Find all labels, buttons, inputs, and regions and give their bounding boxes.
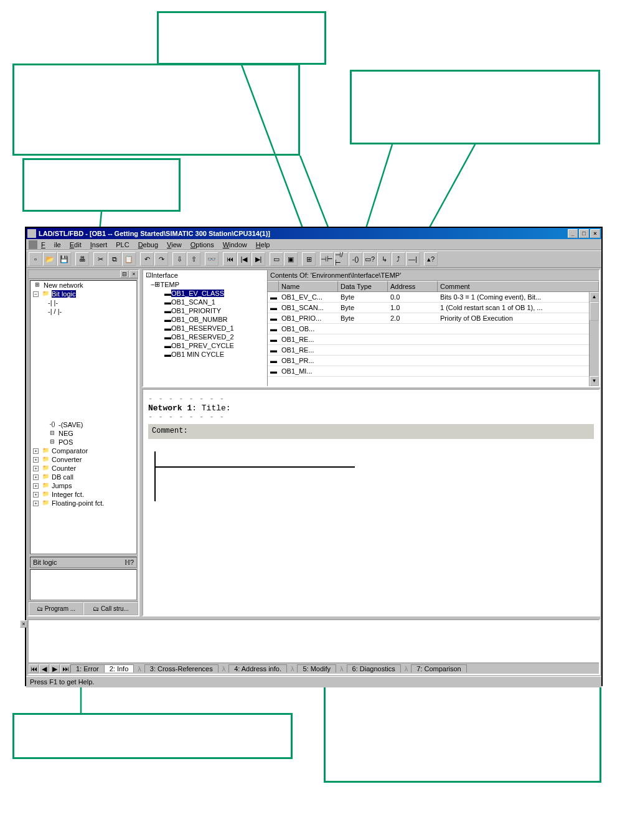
tab-compare[interactable]: 7: Comparison [411,664,467,672]
tb-help-icon[interactable]: ▴? [424,252,438,266]
callout-2 [12,64,300,156]
tab-error[interactable]: 1: Error [70,664,105,672]
iface-var-7[interactable]: ▬OB1 MIN CYCLE [143,350,267,359]
tb-monitor-icon[interactable]: 👓 [205,252,219,266]
tb-cut-icon[interactable]: ✂ [93,252,107,266]
tb-coil-icon[interactable]: -() [349,252,362,266]
tree-dbcall[interactable]: +📁DB call [31,473,136,481]
output-next-icon[interactable]: ▶ [50,664,60,673]
tb-goto-icon[interactable]: ⏮ [223,252,237,266]
tb-copy-icon[interactable]: ⧉ [108,252,121,266]
tb-conn-icon[interactable]: —| [406,252,420,266]
table-row: ▬OB1_PR... [268,356,599,366]
hdr-comment[interactable]: Comment [438,281,599,291]
catalog-pin-icon[interactable]: ⊟ [120,270,129,278]
tree-bit-logic[interactable]: −📁Bit logic [31,290,136,298]
tree-new-network[interactable]: ⊞New network [31,281,136,290]
tb-undo-icon[interactable]: ↶ [140,252,154,266]
tab-call-structure[interactable]: 🗂 Call stru... [83,602,138,615]
tb-prev-icon[interactable]: |◀ [237,252,251,266]
menu-plc[interactable]: PLC [116,241,129,248]
tb-box-icon[interactable]: ▭? [363,252,377,266]
tb-new-icon[interactable]: ▫ [29,252,42,266]
tb-redo-icon[interactable]: ↷ [154,252,168,266]
menu-view[interactable]: View [167,241,182,248]
tree-jumps[interactable]: +📁Jumps [31,481,136,490]
table-header: Name Data Type Address Comment [268,281,599,292]
network-title: Network 1 [148,403,192,413]
tb-no-icon[interactable]: ⊣⊢ [320,252,334,266]
iface-temp[interactable]: −⊞TEMP [143,280,267,289]
ladder-network[interactable] [154,451,594,501]
menu-window[interactable]: Window [223,241,247,248]
tab-xref[interactable]: 3: Cross-References [144,664,219,672]
hdr-name[interactable]: Name [279,281,338,291]
output-first-icon[interactable]: ⏮ [29,664,39,673]
menu-options[interactable]: Options [190,241,214,248]
comment-field[interactable]: Comment: [148,424,594,439]
bit-item-save[interactable]: -()-(SAVE) [31,420,136,429]
tree-converter[interactable]: +📁Converter [31,455,136,464]
mdi-sys-icon[interactable] [29,240,37,249]
bit-item-pos[interactable]: ⊟POS [31,438,136,446]
iface-var-6[interactable]: ▬OB1_PREV_CYCLE [143,341,267,350]
bit-item-no[interactable]: -| |- [31,298,136,307]
callout-1 [157,11,326,65]
tb-print-icon[interactable]: 🖶 [75,252,89,266]
iface-root[interactable]: ⊡Interface [143,270,267,280]
max-button[interactable]: □ [579,229,589,238]
tb-paste-icon[interactable]: 📋 [122,252,136,266]
output-last-icon[interactable]: ⏭ [60,664,70,673]
tree-integer[interactable]: +📁Integer fct. [31,490,136,499]
catalog-close-icon[interactable]: × [129,270,138,278]
interface-tree[interactable]: ⊡Interface −⊞TEMP ▬OB1_EV_CLASS ▬OB1_SCA… [143,270,268,386]
tab-info[interactable]: 2: Info [104,664,134,672]
table-scrollbar[interactable]: ▲▼ [589,292,599,386]
window-title: LAD/STL/FBD - [OB1 -- Getting Started\SI… [39,230,567,237]
iface-var-4[interactable]: ▬OB1_RESERVED_1 [143,324,267,333]
iface-var-5[interactable]: ▬OB1_RESERVED_2 [143,333,267,341]
tb-open-icon[interactable]: 📂 [43,252,57,266]
menu-insert[interactable]: Insert [90,241,108,248]
tb-next-icon[interactable]: ▶| [252,252,265,266]
tab-addr[interactable]: 4: Address info. [228,664,287,672]
tree-counter[interactable]: +📁Counter [31,464,136,473]
menu-help[interactable]: Help [256,241,270,248]
tb-download-icon[interactable]: ⇩ [172,252,186,266]
tree-float[interactable]: +📁Floating-point fct. [31,499,136,507]
table-body[interactable]: ▬OB1_EV_C...Byte0.0Bits 0-3 = 1 (Coming … [268,292,599,386]
table-row: ▬OB1_EV_C...Byte0.0Bits 0-3 = 1 (Coming … [268,292,599,303]
tb-detail-icon[interactable]: ▣ [284,252,298,266]
output-prev-icon[interactable]: ◀ [39,664,49,673]
tree-comparator[interactable]: +📁Comparator [31,446,136,455]
menu-debug[interactable]: Debug [138,241,158,248]
code-editor[interactable]: - - - - - - - - Network 1: Title: - - - … [142,389,600,616]
iface-var-0[interactable]: ▬OB1_EV_CLASS [143,289,267,298]
interface-caption: Contents Of: 'Environment\Interface\TEMP… [268,270,599,281]
menu-edit[interactable]: Edit [70,241,82,248]
tab-program-elements[interactable]: 🗂 Program ... [29,602,83,615]
tab-modify[interactable]: 5: Modify [297,664,336,672]
tab-diag[interactable]: 6: Diagnostics [347,664,401,672]
iface-var-3[interactable]: ▬OB1_OB_NUMBR [143,315,267,324]
iface-var-1[interactable]: ▬OB1_SCAN_1 [143,298,267,306]
tb-catalog-icon[interactable]: ⊞ [302,252,316,266]
min-button[interactable]: _ [568,229,578,238]
tb-upload-icon[interactable]: ⇧ [187,252,200,266]
bit-item-nc[interactable]: -| / |- [31,307,136,316]
tb-overview-icon[interactable]: ▭ [270,252,283,266]
catalog-tree[interactable]: ⊞New network −📁Bit logic -| |- -| / |- -… [30,280,137,554]
tb-save-icon[interactable]: 💾 [57,252,71,266]
bit-item-neg[interactable]: ⊟NEG [31,429,136,438]
hdr-type[interactable]: Data Type [338,281,388,291]
menu-file[interactable]: File [41,241,61,248]
output-close-icon[interactable]: × [20,620,27,628]
hdr-addr[interactable]: Address [388,281,438,291]
tb-nc-icon[interactable]: ⊣/⊢ [334,252,348,266]
catalog-help-icon[interactable]: ℍ? [125,559,134,567]
tb-branch-close-icon[interactable]: ⤴ [392,252,405,266]
iface-var-2[interactable]: ▬OB1_PRIORITY [143,306,267,315]
table-row: ▬OB1_MI... [268,366,599,377]
close-button[interactable]: × [590,229,600,238]
tb-branch-open-icon[interactable]: ↳ [377,252,391,266]
